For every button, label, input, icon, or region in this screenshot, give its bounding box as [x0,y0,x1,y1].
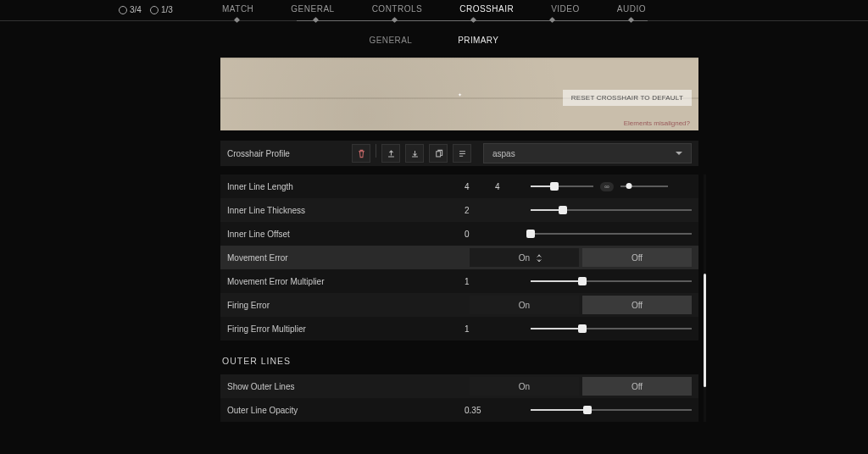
inner-length-b-value: 4 [495,182,526,191]
row-inner-line-length: Inner Line Length 4 4 ∞ [220,174,698,198]
show-outer-off[interactable]: Off [582,377,692,396]
firing-error-on[interactable]: On [470,296,579,314]
movement-error-on[interactable]: On [470,248,579,267]
inner-thickness-value: 2 [465,206,495,215]
movement-mult-slider[interactable] [531,280,692,282]
reset-crosshair-button[interactable]: RESET CROSSHAIR TO DEFAULT [563,90,692,106]
nav-dots [0,18,868,22]
profile-dropdown[interactable]: aspas [483,143,692,163]
nav-crosshair[interactable]: CROSSHAIR [459,4,514,17]
subnav-general[interactable]: GENERAL [370,36,413,45]
nav-controls[interactable]: CONTROLS [372,4,423,17]
show-outer-on[interactable]: On [470,377,579,396]
profile-selected: aspas [492,149,515,158]
top-nav: MATCH GENERAL CONTROLS CROSSHAIR VIDEO A… [0,4,868,17]
outer-opacity-slider[interactable] [531,409,692,411]
movement-error-off[interactable]: Off [582,248,692,267]
firing-mult-value: 1 [465,324,495,334]
svg-rect-0 [436,151,440,156]
profile-row: Crosshair Profile aspas [220,141,698,166]
show-outer-toggle[interactable]: On Off [470,377,692,396]
icon-divider [376,144,376,158]
firing-error-toggle[interactable]: On Off [470,296,692,314]
copy-profile-button[interactable] [429,144,448,163]
chevron-down-icon [676,152,682,158]
crosshair-icon: ✦ [458,91,462,97]
inner-offset-value: 0 [465,230,495,239]
movement-mult-value: 1 [465,277,495,286]
inner-thickness-slider[interactable] [531,209,692,211]
row-firing-error: Firing Error On Off [220,293,698,317]
scrollbar[interactable] [704,174,706,422]
link-icon[interactable]: ∞ [600,182,614,191]
row-movement-error: Movement Error On Off [220,246,698,269]
sub-nav: GENERAL PRIMARY [0,36,868,45]
nav-audio[interactable]: AUDIO [617,4,646,17]
row-movement-error-mult: Movement Error Multiplier 1 [220,269,698,293]
row-firing-error-mult: Firing Error Multiplier 1 [220,317,698,340]
inner-length-a-slider[interactable] [531,185,593,187]
nav-general[interactable]: GENERAL [291,4,334,17]
import-profile-button[interactable] [405,144,424,163]
profile-label: Crosshair Profile [227,149,290,158]
inner-offset-slider[interactable] [531,233,692,235]
section-outer-lines: OUTER LINES [220,340,698,374]
crosshair-preview: ✦ RESET CROSSHAIR TO DEFAULT Elements mi… [220,58,698,130]
row-inner-line-offset: Inner Line Offset 0 [220,222,698,246]
movement-error-toggle[interactable]: On Off [470,248,692,267]
subnav-primary[interactable]: PRIMARY [458,36,498,45]
nav-video[interactable]: VIDEO [551,4,580,17]
misaligned-link[interactable]: Elements misaligned? [624,119,690,127]
firing-mult-slider[interactable] [531,328,692,329]
export-profile-button[interactable] [381,144,400,163]
nav-match[interactable]: MATCH [222,4,253,17]
settings-list: Inner Line Length 4 4 ∞ Inner Line Thick… [220,174,698,422]
settings-panel: ✦ RESET CROSSHAIR TO DEFAULT Elements mi… [220,58,698,454]
row-show-outer-lines: Show Outer Lines On Off [220,374,698,398]
crosshair-list-button[interactable] [453,144,471,163]
inner-length-a-value: 4 [465,182,495,191]
delete-profile-button[interactable] [352,144,370,163]
outer-opacity-value: 0.35 [465,406,495,415]
firing-error-off[interactable]: Off [582,296,692,314]
row-inner-line-thickness: Inner Line Thickness 2 [220,198,698,222]
row-outer-opacity: Outer Line Opacity 0.35 [220,398,698,422]
inner-length-b-slider[interactable] [620,185,668,187]
